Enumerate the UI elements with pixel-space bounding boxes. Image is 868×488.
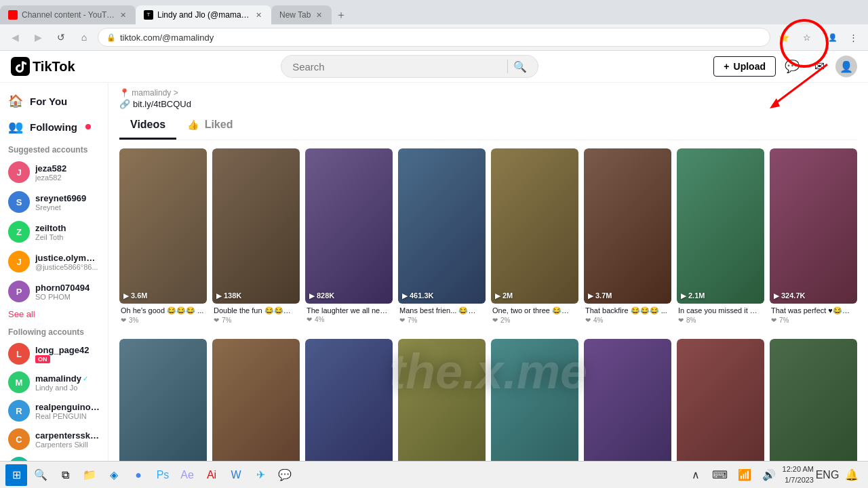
tab-liked[interactable]: 👍 Liked (176, 112, 243, 140)
video-card-r2-1[interactable]: ▶5.3M The hits keep coming 😂 ... ❤6% (119, 339, 207, 462)
video-play-5: ▶ 2M (495, 291, 513, 300)
video-play-1: ▶ 3.6M (123, 291, 147, 300)
video-desc-6: That backfire 😂😂😂 ... (585, 306, 670, 315)
tab-2-close[interactable]: ✕ (254, 9, 263, 21)
account-info-jeza: jeza582 jeza582 (35, 163, 66, 182)
home-icon: 🏠 (8, 94, 23, 108)
following-account-carpenters[interactable]: C carpentersskills Carpenters Skill (0, 425, 108, 453)
edge-taskbar[interactable]: ◈ (103, 464, 125, 486)
video-info-1: Oh he's good 😂😂😂 ... ❤3% (119, 304, 207, 325)
tab-1[interactable]: Channel content - YouTube Stu... ✕ (0, 5, 136, 24)
url-bar[interactable]: 🔒 tiktok.com/@mamalindy (98, 28, 770, 47)
search-taskbar-button[interactable]: 🔍 (30, 464, 52, 486)
refresh-button[interactable]: ↺ (52, 28, 71, 47)
profile-avatar[interactable]: 👤 (835, 56, 857, 77)
following-account-penguin[interactable]: R realpenguinofficial Real PENGUIN (0, 396, 108, 425)
video-thumb-7: ▶ 2.1M (677, 148, 764, 304)
search-icon[interactable]: 🔍 (513, 60, 527, 73)
keyboard-taskbar[interactable]: ⌨ (709, 464, 731, 486)
start-button[interactable]: ⊞ (5, 464, 27, 486)
sidebar-item-following[interactable]: 👥 Following (0, 114, 108, 140)
whatsapp-taskbar[interactable]: 💬 (274, 464, 296, 486)
suggested-account-5[interactable]: P phorn070494 SO PHOM (0, 277, 108, 306)
adobe-taskbar[interactable]: Ai (201, 464, 222, 486)
search-bar[interactable]: 🔍 (281, 55, 538, 78)
tab-videos-label: Videos (130, 119, 165, 130)
following-account-mamalindy[interactable]: M mamalindy ✓ Lindy and Jo (0, 368, 108, 396)
network-taskbar[interactable]: 📶 (734, 464, 755, 486)
tab-3-close[interactable]: ✕ (315, 9, 323, 21)
upload-icon: + (724, 61, 729, 72)
inbox-icon[interactable]: 💬 (781, 56, 803, 77)
video-card-3[interactable]: ▶ 828K The laughter we all need ... ❤4% (305, 148, 393, 325)
video-thumb-r2-4: ▶406.9K (398, 339, 486, 462)
link-icon: 🔗 (119, 99, 130, 109)
video-play-3: ▶ 828K (309, 291, 334, 300)
tab-3[interactable]: New Tab ✕ (271, 5, 332, 24)
following-account-long[interactable]: L long_page42 ON (0, 340, 108, 368)
upload-button[interactable]: + Upload (713, 56, 776, 77)
messages-icon[interactable]: ✉ (808, 56, 830, 77)
tiktok-logo-area: TikTok (11, 57, 106, 76)
settings-button[interactable]: ⋮ (844, 28, 863, 47)
for-you-label: For You (30, 96, 67, 107)
tab-videos[interactable]: Videos (119, 112, 176, 140)
photoshop-taskbar[interactable]: Ps (152, 464, 174, 486)
task-view-button[interactable]: ⧉ (54, 464, 76, 486)
telegram-taskbar[interactable]: ✈ (250, 464, 271, 486)
bookmark-button[interactable]: ☆ (797, 28, 816, 47)
video-info-2: Double the fun 😂😂😂 ... ❤7% (212, 304, 300, 325)
account-info-long: long_page42 ON (35, 345, 89, 363)
video-card-r2-6[interactable]: ▶915K Caught in the act 😂😂😂 ... ❤10% (584, 339, 671, 462)
suggested-account-3[interactable]: Z zeiltoth Zeil Toth (0, 217, 108, 247)
video-grid-row2: ▶5.3M The hits keep coming 😂 ... ❤6% ▶1.… (119, 339, 857, 462)
video-play-6: ▶ 3.7M (588, 291, 612, 300)
new-tab-button[interactable]: ＋ (332, 5, 351, 24)
notifications-taskbar[interactable]: 🔔 (841, 464, 863, 486)
video-card-r2-3[interactable]: ▶559.8K IcyBreeze Portable AC for ... ❤7… (305, 339, 393, 462)
video-card-6[interactable]: ▶ 3.7M That backfire 😂😂😂 ... ❤4% (584, 148, 671, 325)
ae-taskbar[interactable]: Ae (176, 464, 198, 486)
video-stats-8: ❤7% (771, 317, 856, 324)
volume-taskbar[interactable]: 🔊 (758, 464, 780, 486)
suggested-account-2[interactable]: S sreynet6969 Sreynet (0, 187, 108, 217)
video-card-8[interactable]: ▶ 324.7K That was perfect ♥️😂😂 ... ❤7% (770, 148, 857, 325)
forward-button[interactable]: ▶ (28, 28, 47, 47)
extensions-button[interactable]: ⭐ (774, 28, 793, 47)
suggested-account-1[interactable]: J jeza582 jeza582 (0, 157, 108, 187)
chevron-taskbar[interactable]: ∧ (685, 464, 707, 486)
profile-button[interactable]: 👤 (823, 28, 842, 47)
back-button[interactable]: ◀ (5, 28, 24, 47)
video-card-7[interactable]: ▶ 2.1M In case you missed it 😂 ... ❤8% (677, 148, 764, 325)
video-card-1[interactable]: ▶ 3.6M Oh he's good 😂😂😂 ... ❤3% (119, 148, 207, 325)
search-input[interactable] (292, 61, 502, 73)
video-stats-6: ❤4% (585, 317, 670, 324)
suggested-account-4[interactable]: J justice.olympus @justice5866°86... (0, 247, 108, 277)
word-taskbar[interactable]: W (225, 464, 247, 486)
video-card-r2-4[interactable]: ▶406.9K How does he do that 😂 ... ❤7% (398, 339, 486, 462)
see-all-suggested[interactable]: See all (0, 306, 108, 322)
account-name-sreynet: sreynet6969 (35, 193, 86, 203)
video-card-r2-5[interactable]: ▶754.5K 😂😂😂 @jlo1017 #fyp ... ❤10% (491, 339, 578, 462)
sidebar-item-for-you[interactable]: 🏠 For You (0, 88, 108, 114)
account-info-penguin: realpenguinofficial Real PENGUIN (35, 402, 100, 420)
avatar-carpenters: C (8, 428, 30, 450)
video-card-5[interactable]: ▶ 2M One, two or three 😂😂 ... ❤2% (491, 148, 578, 325)
video-card-r2-7[interactable]: ▶1.4M Its about time 😂😂😂 ... ❤4% (677, 339, 764, 462)
chrome-taskbar[interactable]: ● (127, 464, 149, 486)
language-indicator: ENG (816, 464, 838, 486)
tab-1-close[interactable]: ✕ (119, 9, 127, 21)
file-explorer-taskbar[interactable]: 📁 (79, 464, 100, 486)
account-handle-mamalindy: Lindy and Jo (35, 384, 88, 392)
video-card-2[interactable]: ▶ 138K Double the fun 😂😂😂 ... ❤7% (212, 148, 300, 325)
video-card-4[interactable]: ▶ 461.3K Mans best frien... 😂😂 ... ❤7% (398, 148, 486, 325)
profile-link[interactable]: 🔗 bit.ly/4tBCQUd (119, 99, 857, 109)
video-card-r2-2[interactable]: ▶1.6M Elite 😂😂😂 @jlo1017 ... ❤4% (212, 339, 300, 462)
tab-2[interactable]: T Lindy and Jlo (@mamalindy) Off... ✕ (136, 5, 271, 24)
video-thumb-r2-7: ▶1.4M (677, 339, 764, 462)
video-stats-7: ❤8% (678, 317, 763, 324)
play-icon-1: ▶ (123, 292, 129, 300)
home-button[interactable]: ⌂ (75, 28, 94, 47)
video-card-r2-8[interactable]: ▶814.3K Jackpot 😂😂😂 ... ❤7% (770, 339, 857, 462)
lock-icon: 🔒 (106, 33, 116, 42)
